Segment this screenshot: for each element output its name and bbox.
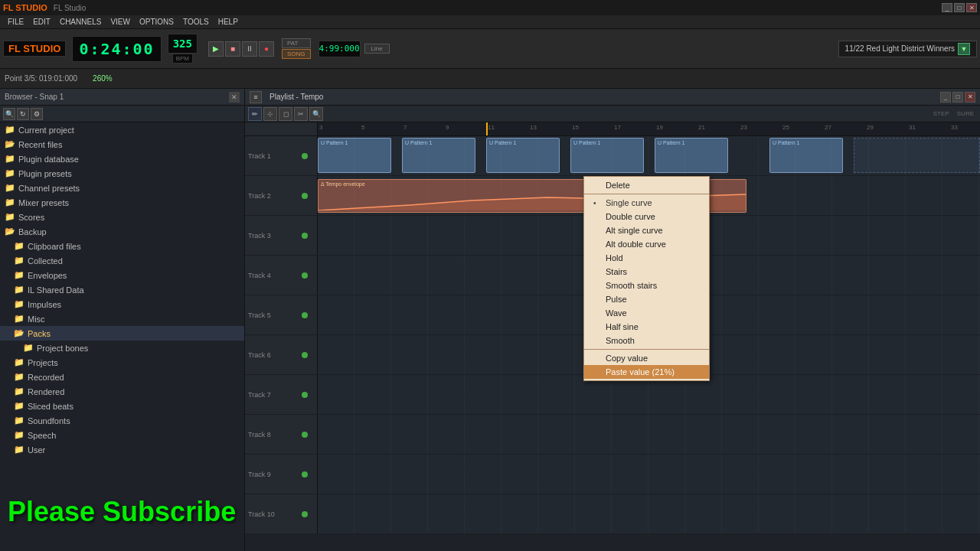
track-dot-6[interactable] bbox=[302, 352, 308, 358]
bpm-display[interactable]: 325 bbox=[168, 34, 198, 54]
draw-tool[interactable]: ✏ bbox=[248, 107, 262, 121]
ctx-alt-double-curve[interactable]: Alt double curve bbox=[584, 237, 709, 251]
pat-mode-button[interactable]: PAT bbox=[282, 38, 311, 48]
ctx-stairs[interactable]: Stairs bbox=[584, 265, 709, 279]
sidebar-item-user[interactable]: 📁User bbox=[0, 442, 244, 457]
erase-tool[interactable]: ◻ bbox=[279, 107, 292, 121]
menu-bar: FILE EDIT CHANNELS VIEW OPTIONS TOOLS HE… bbox=[0, 15, 980, 29]
sidebar-item-recent-files[interactable]: 📂Recent files bbox=[0, 137, 244, 152]
pause-button[interactable]: ⏸ bbox=[242, 41, 257, 57]
ctx-double-curve[interactable]: Double curve bbox=[584, 210, 709, 223]
line-mode-button[interactable]: Line bbox=[364, 44, 390, 54]
sidebar-item-collected[interactable]: 📁Collected bbox=[0, 253, 244, 268]
ctx-smooth[interactable]: Smooth bbox=[584, 334, 709, 347]
maximize-button[interactable]: □ bbox=[954, 3, 965, 12]
track-content-1[interactable]: U Pattern 1 U Pattern 1 U Pattern 1 U Pa… bbox=[318, 136, 980, 175]
ctx-pulse[interactable]: Pulse bbox=[584, 292, 709, 306]
track-dot-4[interactable] bbox=[302, 272, 308, 279]
record-button[interactable]: ● bbox=[259, 41, 274, 57]
track-content-9[interactable] bbox=[318, 455, 980, 494]
pattern-block[interactable]: U Pattern 1 bbox=[769, 138, 843, 173]
playlist-close-icon[interactable]: ✕ bbox=[965, 92, 975, 103]
track-dot-8[interactable] bbox=[302, 432, 308, 438]
close-button[interactable]: ✕ bbox=[966, 3, 977, 12]
sidebar-refresh-icon[interactable]: ↻ bbox=[17, 108, 29, 120]
track-content-8[interactable] bbox=[318, 415, 980, 454]
track-dot-7[interactable] bbox=[302, 392, 308, 398]
sidebar-item-backup[interactable]: 📂Backup bbox=[0, 224, 244, 239]
pattern-block[interactable]: U Pattern 1 bbox=[318, 138, 391, 173]
menu-file[interactable]: FILE bbox=[3, 15, 28, 28]
ctx-half-sine[interactable]: Half sine bbox=[584, 320, 709, 334]
sidebar-title: Browser - Snap 1 bbox=[5, 93, 229, 101]
sidebar-item-project-bones[interactable]: 📁Project bones bbox=[0, 341, 244, 355]
extra-controls: 4:99:000 Line bbox=[318, 41, 393, 57]
track-dot-1[interactable] bbox=[302, 153, 308, 159]
cut-tool[interactable]: ✂ bbox=[294, 107, 308, 121]
ctx-paste-value[interactable]: Paste value (21%) bbox=[584, 365, 709, 379]
sidebar-item-mixer-presets[interactable]: 📁Mixer presets bbox=[0, 195, 244, 210]
select-tool[interactable]: ⊹ bbox=[263, 107, 277, 121]
sidebar-item-packs[interactable]: 📂Packs bbox=[0, 326, 244, 341]
sidebar-item-label: Recorded bbox=[28, 373, 64, 382]
menu-tools[interactable]: TOOLS bbox=[178, 15, 214, 28]
playlist-min-icon[interactable]: _ bbox=[940, 92, 951, 103]
sidebar-item-plugin-database[interactable]: 📁Plugin database bbox=[0, 152, 244, 166]
track-dot-9[interactable] bbox=[302, 471, 308, 478]
menu-edit[interactable]: EDIT bbox=[28, 15, 55, 28]
sidebar-item-envelopes[interactable]: 📁Envelopes bbox=[0, 268, 244, 282]
ctx-wave[interactable]: Wave bbox=[584, 306, 709, 320]
sidebar-item-il-shared-data[interactable]: 📁IL Shared Data bbox=[0, 282, 244, 297]
menu-view[interactable]: VIEW bbox=[106, 15, 135, 28]
sidebar-item-plugin-presets[interactable]: 📁Plugin presets bbox=[0, 166, 244, 181]
sidebar-item-label: Backup bbox=[18, 227, 47, 236]
sidebar-item-impulses[interactable]: 📁Impulses bbox=[0, 297, 244, 311]
ctx-single-curve[interactable]: • Single curve bbox=[584, 196, 709, 210]
sidebar-item-scores[interactable]: 📁Scores bbox=[0, 210, 244, 224]
ctx-copy-value[interactable]: Copy value bbox=[584, 351, 709, 365]
sidebar-item-speech[interactable]: 📁Speech bbox=[0, 428, 244, 442]
sidebar-item-misc[interactable]: 📁Misc bbox=[0, 311, 244, 326]
menu-options[interactable]: OPTIONS bbox=[135, 15, 178, 28]
ctx-hold[interactable]: Hold bbox=[584, 251, 709, 265]
ctx-delete[interactable]: Delete bbox=[584, 178, 709, 192]
track-dot-5[interactable] bbox=[302, 312, 308, 318]
sidebar-item-recorded[interactable]: 📁Recorded bbox=[0, 370, 244, 384]
play-button[interactable]: ▶ bbox=[208, 41, 224, 57]
ctx-alt-single-curve[interactable]: Alt single curve bbox=[584, 223, 709, 237]
mixer-toggle[interactable]: ▼ bbox=[958, 43, 970, 55]
window-controls[interactable]: _ □ ✕ bbox=[942, 3, 977, 12]
stop-button[interactable]: ■ bbox=[225, 41, 240, 57]
sidebar-item-soundfonts[interactable]: 📁Soundfonts bbox=[0, 413, 244, 428]
sidebar-item-channel-presets[interactable]: 📁Channel presets bbox=[0, 181, 244, 195]
pattern-block[interactable]: U Pattern 1 bbox=[570, 138, 644, 173]
transport-bar: FL STUDIO 0:24:00 325 BPM ▶ ■ ⏸ ● PAT SO… bbox=[0, 29, 980, 69]
menu-help[interactable]: HELP bbox=[214, 15, 243, 28]
track-content-10[interactable] bbox=[318, 494, 980, 533]
minimize-button[interactable]: _ bbox=[942, 3, 952, 12]
sidebar-search-icon[interactable]: 🔍 bbox=[3, 108, 15, 120]
sidebar-item-clipboard-files[interactable]: 📁Clipboard files bbox=[0, 239, 244, 253]
sidebar-close[interactable]: ✕ bbox=[229, 92, 240, 103]
playlist-menu-icon[interactable]: ≡ bbox=[250, 91, 262, 103]
pattern-block[interactable]: U Pattern 1 bbox=[402, 138, 475, 173]
playlist-title: Playlist - Tempo bbox=[270, 93, 323, 101]
sidebar-item-projects[interactable]: 📁Projects bbox=[0, 355, 244, 370]
sidebar-settings-icon[interactable]: ⚙ bbox=[31, 108, 43, 120]
track-dot-10[interactable] bbox=[302, 511, 308, 517]
playlist-max-icon[interactable]: □ bbox=[952, 92, 963, 103]
menu-channels[interactable]: CHANNELS bbox=[55, 15, 106, 28]
ruler-mark-23: 23 bbox=[740, 124, 747, 131]
ctx-smooth-stairs[interactable]: Smooth stairs bbox=[584, 279, 709, 292]
sidebar-item-rendered[interactable]: 📁Rendered bbox=[0, 384, 244, 399]
sidebar-item-sliced-beats[interactable]: 📁Sliced beats bbox=[0, 399, 244, 413]
pattern-block[interactable]: U Pattern 1 bbox=[655, 138, 728, 173]
sidebar-item-label: Envelopes bbox=[28, 271, 67, 280]
song-mode-button[interactable]: SONG bbox=[282, 49, 311, 59]
sidebar-item-label: Plugin database bbox=[18, 155, 79, 164]
track-dot-2[interactable] bbox=[302, 193, 308, 199]
sidebar-item-current-project[interactable]: 📁Current project bbox=[0, 122, 244, 137]
track-dot-3[interactable] bbox=[302, 233, 308, 239]
pattern-block[interactable]: U Pattern 1 bbox=[486, 138, 560, 173]
zoom-tool[interactable]: 🔍 bbox=[309, 107, 323, 121]
